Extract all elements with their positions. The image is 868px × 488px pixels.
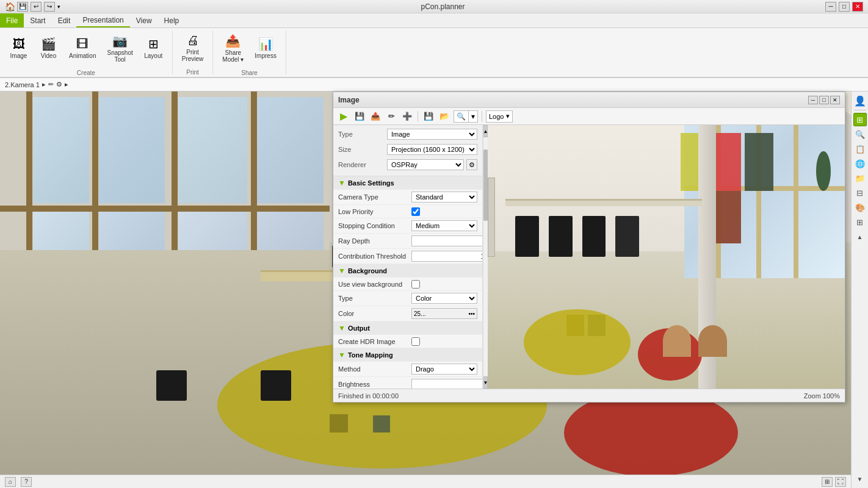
basic-settings-header[interactable]: ▼ Basic Settings xyxy=(333,176,482,190)
toolbar-video-btn[interactable]: 🎬 Video xyxy=(35,30,62,66)
scroll-up-btn[interactable]: ▲ xyxy=(483,125,488,137)
scroll-down-btn[interactable]: ▼ xyxy=(483,376,488,389)
size-select[interactable]: Projection (1600 x 1200) xyxy=(387,144,477,155)
create-hdr-label: Create HDR Image xyxy=(338,338,411,345)
panel-close-btn[interactable]: ✕ xyxy=(830,96,840,104)
panel-edit-btn[interactable]: ✏ xyxy=(385,110,398,123)
contribution-threshold-input[interactable] xyxy=(411,251,483,262)
create-hdr-value xyxy=(411,337,477,346)
render-chair-3 xyxy=(582,216,606,257)
panel-play-btn[interactable]: ▶ xyxy=(337,110,350,123)
toolbar-group-print: 🖨 PrintPreview Print xyxy=(173,30,214,74)
panel-add-btn[interactable]: ➕ xyxy=(400,110,414,123)
color-more-icon: ••• xyxy=(468,310,475,317)
quick-access-dropdown[interactable]: ▾ xyxy=(57,4,60,10)
background-header[interactable]: ▼ Background xyxy=(333,264,482,278)
pencil-icon[interactable]: ✏ xyxy=(48,81,54,88)
bottom-home-btn[interactable]: ⌂ xyxy=(5,477,16,487)
panel-export-btn[interactable]: 📤 xyxy=(369,110,382,123)
quick-access-redo[interactable]: ↪ xyxy=(44,2,55,12)
layout-icon: ⊞ xyxy=(148,37,159,51)
background-type-select[interactable]: Color xyxy=(411,293,477,304)
chair-2 xyxy=(261,370,291,401)
right-btn-layers[interactable]: ⊞ xyxy=(853,113,867,126)
breadcrumb-settings-icon[interactable]: ⚙ xyxy=(56,81,62,88)
zoom-magnify-btn[interactable]: 🔍 xyxy=(454,111,469,122)
panel-toolbar: ▶ 💾 📤 ✏ ➕ 💾 📂 🔍 ▾ Logo ▾ xyxy=(333,108,845,125)
bottom-grid-btn[interactable]: ⊞ xyxy=(822,477,833,487)
scroll-thumb[interactable] xyxy=(483,149,488,221)
impress-icon: 📊 xyxy=(258,37,273,51)
renderer-gear-btn[interactable]: ⚙ xyxy=(466,159,477,170)
right-toolbar: 👤 ⊞ 🔍 📋 🌐 📁 ⊟ 🎨 ⊞ ▲ ▼ xyxy=(851,92,868,488)
settings-scrollbar[interactable]: ▲ ▼ xyxy=(483,125,488,389)
breadcrumb-more-icon[interactable]: ▸ xyxy=(65,81,68,88)
toolbar-animation-btn[interactable]: 🎞 Animation xyxy=(65,30,100,66)
renderer-value-container: OSPRay ⚙ xyxy=(387,159,477,170)
toolbar-print-preview-btn[interactable]: 🖨 PrintPreview xyxy=(178,30,208,65)
toolbar-impress-label: Impress xyxy=(255,52,277,60)
toolbar-image-btn[interactable]: 🖼 Image xyxy=(5,30,32,66)
low-priority-checkbox[interactable] xyxy=(411,207,420,216)
tone-method-select[interactable]: Drago xyxy=(411,364,477,375)
background-title: Background xyxy=(348,267,387,274)
right-btn-stack[interactable]: ⊟ xyxy=(853,186,867,199)
toolbar-video-label: Video xyxy=(41,52,56,60)
toolbar-snapshot-btn[interactable]: 📷 SnapshotTool xyxy=(103,30,137,66)
right-btn-globe[interactable]: 🌐 xyxy=(853,157,867,170)
right-btn-person[interactable]: 👤 xyxy=(853,94,867,107)
zoom-dropdown-btn[interactable]: ▾ xyxy=(469,111,477,122)
right-btn-clipboard[interactable]: 📋 xyxy=(853,142,867,156)
menu-presentation[interactable]: Presentation xyxy=(76,13,129,27)
toolbar-share-model-btn[interactable]: 📤 ShareModel ▾ xyxy=(218,30,248,66)
image-panel: Image ─ □ ✕ ▶ 💾 📤 ✏ ➕ 💾 📂 🔍 ▾ Logo xyxy=(333,92,845,403)
maximize-btn[interactable]: □ xyxy=(839,2,850,12)
panel-save2-btn[interactable]: 💾 xyxy=(422,110,435,123)
menu-edit[interactable]: Edit xyxy=(52,13,77,27)
bottom-expand-btn[interactable]: ⛶ xyxy=(835,477,846,487)
right-btn-grid[interactable]: ⊞ xyxy=(853,215,867,229)
right-btn-scroll-down[interactable]: ▼ xyxy=(853,472,867,486)
menu-start[interactable]: Start xyxy=(24,13,51,27)
bottom-help-btn[interactable]: ? xyxy=(21,477,32,487)
background-color-btn[interactable]: 25... ••• xyxy=(411,308,477,319)
renderer-select[interactable]: OSPRay xyxy=(387,159,464,170)
menu-view[interactable]: View xyxy=(130,13,158,27)
toolbar-layout-btn[interactable]: ⊞ Layout xyxy=(140,30,167,66)
create-hdr-checkbox[interactable] xyxy=(411,337,420,346)
ray-depth-input[interactable] xyxy=(411,235,483,246)
panel-open-btn[interactable]: 📂 xyxy=(438,110,451,123)
camera-type-select[interactable]: Standard xyxy=(411,192,477,203)
type-row: Type Image xyxy=(338,127,477,141)
panel-save-btn[interactable]: 💾 xyxy=(353,110,366,123)
quick-access-undo[interactable]: ↩ xyxy=(31,2,42,12)
right-btn-search[interactable]: 🔍 xyxy=(853,127,867,141)
wall-panel-dark xyxy=(745,133,773,191)
type-select[interactable]: Image xyxy=(387,129,477,140)
snapshot-icon: 📷 xyxy=(112,34,128,48)
menu-file[interactable]: File xyxy=(0,13,24,27)
toolbar-impress-btn[interactable]: 📊 Impress xyxy=(250,30,281,66)
output-header[interactable]: ▼ Output xyxy=(333,321,482,335)
logo-dropdown-arrow: ▾ xyxy=(506,112,510,120)
breadcrumb-camera: 2.Kamera 1 xyxy=(5,81,40,88)
right-btn-files[interactable]: 📁 xyxy=(853,171,867,185)
panel-maximize-btn[interactable]: □ xyxy=(819,96,829,104)
panel-title-bar: Image ─ □ ✕ xyxy=(333,92,845,108)
tone-mapping-header[interactable]: ▼ Tone Mapping xyxy=(333,348,482,362)
right-btn-paint[interactable]: 🎨 xyxy=(853,201,867,214)
brightness-input[interactable] xyxy=(411,379,483,389)
menu-help[interactable]: Help xyxy=(158,13,186,27)
basic-collapse-icon: ▼ xyxy=(338,179,345,187)
minimize-btn[interactable]: ─ xyxy=(825,2,836,12)
renderer-label: Renderer xyxy=(338,161,387,168)
quick-access-save[interactable]: 💾 xyxy=(17,2,28,12)
bottom-bar-left: ⌂ ? xyxy=(5,477,32,487)
logo-dropdown[interactable]: Logo ▾ xyxy=(486,110,513,123)
use-view-background-checkbox[interactable] xyxy=(411,280,420,289)
right-btn-scroll-up[interactable]: ▲ xyxy=(853,230,867,243)
bottom-bar: ⌂ ? ⊞ ⛶ xyxy=(0,475,851,488)
stopping-condition-select[interactable]: Medium xyxy=(411,220,477,231)
close-btn[interactable]: ✕ xyxy=(852,2,863,12)
panel-minimize-btn[interactable]: ─ xyxy=(808,96,818,104)
